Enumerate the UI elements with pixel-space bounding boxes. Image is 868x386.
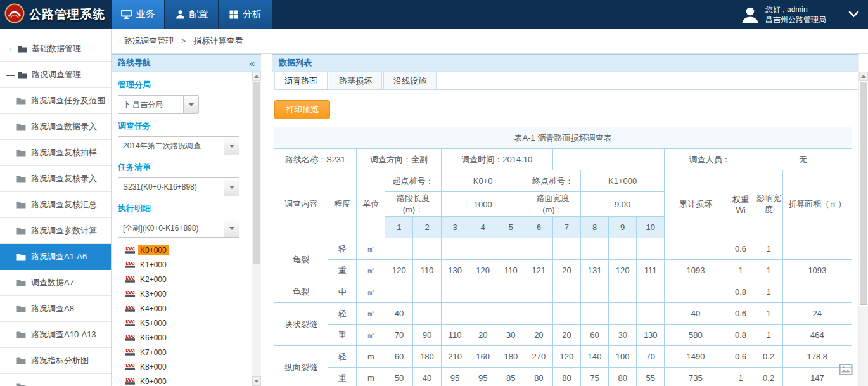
scroll-track [252,265,261,376]
content-tab[interactable]: 沿线设施 [383,72,437,89]
chevron-down-icon[interactable] [183,96,198,113]
tree-item[interactable]: K7+000 [118,345,248,359]
folder-icon [16,175,26,183]
monitor-icon [121,10,132,19]
section-value-cell: 270 [525,346,552,368]
sidebar-item[interactable]: 调查数据A7 [0,270,111,296]
content-tab[interactable]: 沥青路面 [274,72,328,89]
tree-item[interactable]: K8+000 [118,359,248,374]
tree-item[interactable]: K5+000 [118,316,248,330]
tree-item[interactable]: K6+000 [118,330,248,345]
section-value-cell: 120 [552,346,580,368]
section-number-cell: 5 [497,217,525,238]
road-icon [125,349,135,356]
sidebar-item-label: 路况调查参数计算 [31,225,97,236]
tree-item-label: K1+000 [138,260,169,270]
select-value: S231(K0+0-K16+898) [118,178,224,196]
unit-cell: ㎡ [357,325,385,346]
road-icon [125,290,135,297]
section-value-cell [525,238,552,260]
surveyor-label-cell: 调查人员： [665,149,755,170]
influence-cell: 1 [755,238,782,260]
scroll-thumb[interactable] [253,82,260,264]
section-value-cell: 180 [497,346,525,368]
folder-icon [16,97,26,105]
sidebar-item[interactable]: 路况调查复核录入 [0,166,111,192]
folder-icon [16,305,26,312]
table-body: 龟裂轻㎡0.61重㎡120110130120110121201311201111… [274,238,852,386]
section-value-cell: 110 [497,260,525,281]
tree-item[interactable]: K2+000 [118,272,248,286]
section-value-cell: 120 [469,260,497,281]
folder-icon [16,201,26,209]
logo-area: 公路管理系统 [0,0,112,29]
section-value-cell [469,238,497,260]
tree-item[interactable]: K9+000 [118,374,248,386]
collapse-panel-button[interactable]: « [250,58,255,68]
content-tab[interactable]: 路基损坏 [329,72,382,89]
grid-chart-icon [229,10,238,19]
road-icon [125,247,135,254]
chevron-down-icon[interactable] [224,219,239,237]
tree-item[interactable]: K3+000 [118,286,248,301]
influence-cell: 1 [755,260,782,281]
section-number-cell: 9 [609,217,637,238]
influence-cell: 1 [755,325,782,346]
sidebar-item[interactable]: 路况调查任务及范围 [0,88,111,114]
topbar-tab[interactable]: 配置 [165,0,219,29]
sidebar-item[interactable]: 路况调查A8 [0,296,111,322]
tree-item[interactable]: K4+000 [118,301,248,316]
sidebar-item[interactable]: 路况调查复核汇总 [0,192,111,218]
breadcrumb-item[interactable]: 路况调查管理 [124,35,174,47]
export-image-icon[interactable] [839,363,853,378]
chevron-down-icon[interactable] [224,137,239,155]
folder-icon [16,149,26,157]
chevron-down-icon[interactable] [848,11,859,18]
sidebar-item[interactable]: 路况调查数据录入 [0,114,111,140]
unit-cell: ㎡ [357,260,385,281]
folder-icon [16,357,26,364]
sidebar-group[interactable]: +基础数据管理 [0,36,111,62]
filter-select[interactable]: 2014年第二次路况调查 [118,136,239,155]
influence-cell: 0.2 [755,368,782,386]
scroll-up-arrow[interactable] [252,72,261,81]
scroll-up-arrow[interactable] [859,72,868,81]
scroll-down-arrow[interactable] [252,376,261,386]
sidebar-item-label: 路况调查复核汇总 [31,199,97,210]
tree-item[interactable]: K0+000 [118,243,248,257]
sidebar-item-label: 基础数据管理 [32,43,81,55]
filter-select[interactable]: 卜 昌吉分局 [118,95,199,114]
sidebar-item[interactable]: 路况调查参数计算 [0,218,111,244]
sidebar-item[interactable]: 路况调查A1-A6 [0,244,111,270]
section-value-cell [413,281,441,303]
sidebar-item[interactable]: 路况调查A10-A13 [0,322,111,348]
scrollbar-header-gap [859,54,868,72]
filter-label: 管理分局 [118,79,248,91]
influence-cell: 1 [755,303,782,325]
sidebar-item[interactable]: 路况指标分析图 [0,348,111,374]
chevron-down-icon[interactable] [224,178,239,196]
table-row: 重m5040959585808075805573510.2147 [274,368,852,386]
section-value-cell: 30 [609,325,637,346]
section-value-cell: 40 [413,368,441,386]
sidebar-item[interactable]: 路况调查复核抽样 [0,140,111,166]
topbar-tab[interactable]: 分析 [219,0,273,29]
topbar-tab[interactable]: 业务 [112,0,165,29]
weight-cell: 0.6 [727,238,755,260]
tree-item[interactable]: K1+000 [118,257,248,272]
scroll-thumb[interactable] [860,82,867,305]
route-nav-panel: 路线导航 « 管理分局卜 昌吉分局调查任务2014年第二次路况调查任务清单S23… [112,54,261,386]
section-value-cell [497,281,525,303]
end-stake-label-cell: 终点桩号： [525,170,580,192]
sidebar-group[interactable]: —路况调查管理 [0,62,111,88]
filter-select[interactable]: [全副](K0+0-K16+898) [118,219,239,238]
print-preview-button[interactable]: 打印预览 [274,100,330,119]
total-cell: 735 [665,368,727,386]
sidebar-item[interactable] [0,374,111,386]
degree-cell: 重 [328,260,357,281]
folder-icon [16,227,26,235]
table-row: 重㎡12011013012011012120131120111109311109… [274,260,852,281]
filter-select[interactable]: S231(K0+0-K16+898) [118,177,239,196]
section-value-cell: 140 [581,346,609,368]
folder-icon [16,253,26,261]
